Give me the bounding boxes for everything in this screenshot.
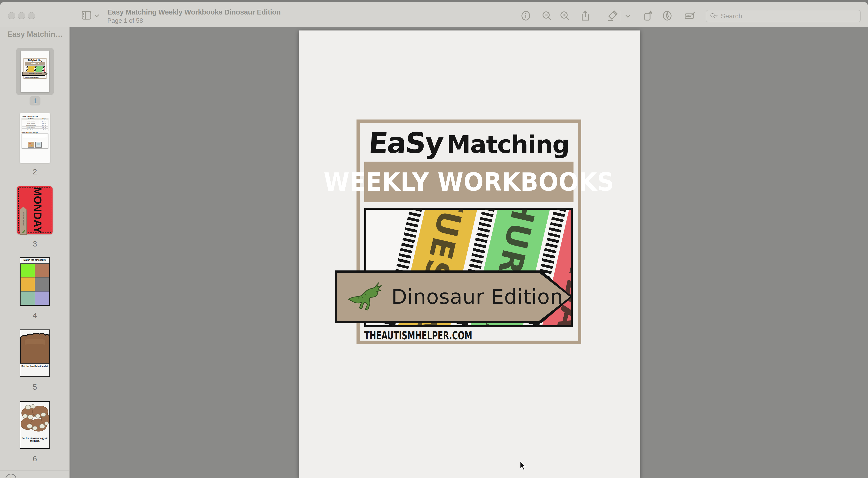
fossils-caption: Put the fossils in the dirt. [20,365,50,368]
table-row: Friday Workbookp. 47 - 57 [22,129,49,131]
share-icon[interactable] [580,10,591,22]
page-number: 3 [0,239,70,248]
search-icon [710,12,718,20]
match-cell [35,277,50,291]
thumbnail-page-2[interactable]: Table of Contents File Folder Pages Mond… [20,113,50,163]
minimize-window-button[interactable] [18,12,25,19]
page-number: 5 [0,383,70,391]
dinosaur-icon [21,230,26,234]
cover-title: EaSyMatching [360,126,578,160]
thumbnail-page-3[interactable]: MONDAY Dinosaur Edition [17,186,53,234]
match-cell [20,264,35,277]
match-grid [20,264,50,305]
mouse-cursor [519,461,528,471]
thumbnail-page-1[interactable]: EaSy Matching WEEKLY WORKBOOKS Dinosaur … [21,50,50,93]
search-input[interactable] [721,12,857,20]
sidebar-document-title: Easy Matching… [7,30,64,39]
monday-label: MONDAY [31,187,43,233]
match-caption: Match the dinosaurs. [20,259,50,261]
match-cell [35,264,50,277]
directions-text-block [22,134,49,148]
toc-heading: Table of Contents [22,115,49,117]
match-cell [35,291,50,305]
markup-chevron-down-icon[interactable] [624,12,631,20]
nest-illustration [20,402,50,436]
form-sign-icon[interactable] [684,10,696,22]
highlight-pen-icon[interactable] [661,10,673,22]
table-row: Wednesday Workbookp. 25 - 35 [22,124,49,127]
rotate-icon[interactable] [642,10,654,22]
page-number-badge: 1 [30,96,40,105]
zoom-window-button[interactable] [28,12,35,19]
toolbar-divider [621,11,621,21]
mini-cover: EaSy Matching WEEKLY WORKBOOKS Dinosaur … [24,58,46,79]
zoom-out-icon[interactable] [541,10,553,22]
table-row: Monday Workbookp. 3 - 13 [22,120,49,122]
thumbnail-page-6[interactable]: Put the dinosaur eggs in the nest. [20,401,50,449]
table-row: Tuesday Workbookp. 14 - 24 [22,122,49,124]
close-window-button[interactable] [8,12,15,19]
add-page-button[interactable]: + [5,474,17,478]
thumbnail-page-4[interactable]: Match the dinosaurs. [20,258,50,306]
sidebar-chevron-down-icon[interactable] [93,12,100,19]
page-number: 4 [0,311,70,320]
zoom-in-icon[interactable] [559,10,570,22]
toolbar: Easy Matching Weekly Workbooks Dinosaur … [0,2,868,27]
setup-photo-1 [28,142,34,147]
window-title: Easy Matching Weekly Workbooks Dinosaur … [107,8,281,16]
cover-band: WEEKLY WORKBOOKS [364,162,574,202]
thumbnail-sidebar: Easy Matching… EaSy Matching WEEKLY WORK… [0,27,70,478]
website-text: THEAUTISMHELPER.COM [364,329,472,342]
thumbnail-page-5[interactable]: Put the fossils in the dirt. [20,330,50,377]
sidebar-toggle-icon[interactable] [81,9,92,21]
document-viewer: EaSyMatching WEEKLY WORKBOOKS TUESDAY TH… [70,27,868,478]
page-indicator: Page 1 of 58 [107,17,143,25]
directions-heading: Directions for setup: [22,132,49,133]
eggs-caption: Put the dinosaur eggs in the nest. [20,437,50,442]
pdf-page-1: EaSyMatching WEEKLY WORKBOOKS TUESDAY TH… [299,31,640,478]
match-cell [20,277,35,291]
setup-photo-2 [35,142,42,147]
dinosaur-edition-tag: Dinosaur Edition [20,207,27,235]
dinosaur-edition-banner: Dinosaur Edition [335,270,572,323]
match-cell [20,291,35,305]
dinosaur-icon [347,281,383,312]
banner-text: Dinosaur Edition [392,285,563,309]
dirt-illustration [20,330,50,364]
markup-pencil-icon[interactable] [607,10,618,22]
page-number: 2 [0,167,70,176]
toc-table: File Folder Pages Monday Workbookp. 3 - … [22,118,49,131]
page-number: 6 [0,454,70,463]
search-field[interactable] [706,10,861,22]
table-row: Thursday Workbookp. 36 - 46 [22,127,49,129]
info-icon[interactable] [520,10,532,22]
